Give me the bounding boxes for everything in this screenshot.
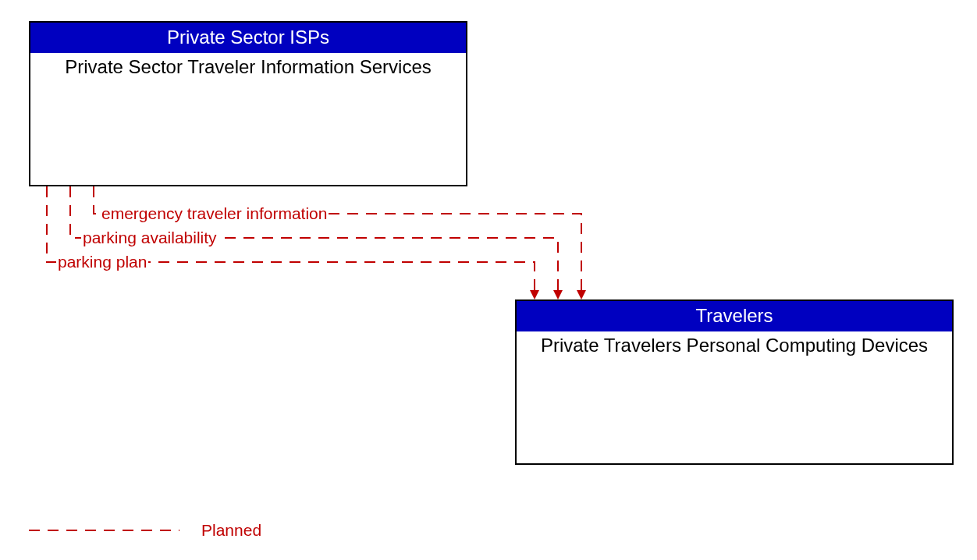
node-source-header: Private Sector ISPs xyxy=(30,23,466,53)
flow-label-parking-plan: parking plan xyxy=(56,253,148,271)
arrowhead-icon xyxy=(530,290,539,299)
node-target-header: Travelers xyxy=(517,301,952,331)
node-target-body: Private Travelers Personal Computing Dev… xyxy=(517,331,952,356)
node-travelers: Travelers Private Travelers Personal Com… xyxy=(515,299,954,465)
node-source-body: Private Sector Traveler Information Serv… xyxy=(30,53,466,78)
flow-label-parking-availability: parking availability xyxy=(81,229,218,247)
arrowhead-icon xyxy=(553,290,563,299)
flow-label-emergency: emergency traveler information xyxy=(100,204,329,223)
node-private-sector-isps: Private Sector ISPs Private Sector Trave… xyxy=(29,21,467,186)
legend-planned-label: Planned xyxy=(201,521,261,540)
arrowhead-icon xyxy=(577,290,586,299)
